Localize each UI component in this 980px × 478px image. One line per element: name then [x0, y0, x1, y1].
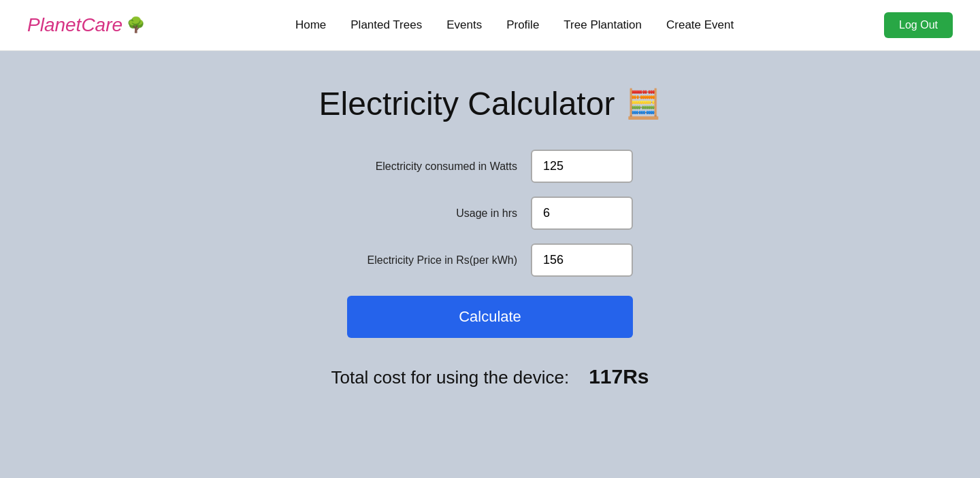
calculator-header: Electricity Calculator 🧮: [319, 85, 662, 122]
brand-logo[interactable]: PlanetCare 🌳: [27, 14, 145, 36]
watts-row: Electricity consumed in Watts: [347, 150, 633, 183]
price-input[interactable]: [531, 243, 633, 277]
calculator-title: Electricity Calculator: [319, 85, 615, 122]
hours-row: Usage in hrs: [347, 197, 633, 230]
brand-name: PlanetCare: [27, 14, 122, 36]
price-label: Electricity Price in Rs(per kWh): [347, 254, 517, 267]
nav-events[interactable]: Events: [446, 18, 482, 31]
nav-links: Home Planted Trees Events Profile Tree P…: [295, 18, 734, 32]
hours-input[interactable]: [531, 197, 633, 230]
price-row: Electricity Price in Rs(per kWh): [347, 243, 633, 277]
result-section: Total cost for using the device: 117Rs: [331, 365, 649, 388]
watts-input[interactable]: [531, 150, 633, 183]
main-content: Electricity Calculator 🧮 Electricity con…: [0, 51, 980, 478]
result-value: 117Rs: [589, 365, 649, 388]
result-label: Total cost for using the device:: [331, 367, 569, 388]
brand-tree-icon: 🌳: [127, 16, 145, 34]
watts-label: Electricity consumed in Watts: [347, 160, 517, 173]
calculate-button[interactable]: Calculate: [347, 296, 633, 338]
nav-tree-plantation[interactable]: Tree Plantation: [564, 18, 642, 31]
nav-profile[interactable]: Profile: [506, 18, 539, 31]
nav-create-event[interactable]: Create Event: [666, 18, 734, 31]
hours-label: Usage in hrs: [347, 207, 517, 220]
logout-button[interactable]: Log Out: [884, 12, 953, 38]
calculator-icon: 🧮: [625, 87, 661, 120]
nav-home[interactable]: Home: [295, 18, 326, 31]
nav-planted-trees[interactable]: Planted Trees: [350, 18, 422, 31]
navbar: PlanetCare 🌳 Home Planted Trees Events P…: [0, 0, 980, 51]
calculator-form: Electricity consumed in Watts Usage in h…: [347, 150, 633, 338]
